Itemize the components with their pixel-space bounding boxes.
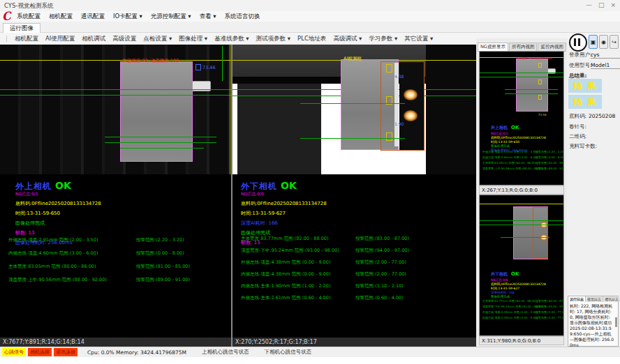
tool-image-processing[interactable]: 图像处理 ▾: [179, 35, 207, 43]
tool-camera-debug[interactable]: 相机调试: [82, 35, 105, 43]
measure-value-label: 4.38: [394, 74, 404, 79]
maximize-icon[interactable]: □: [598, 1, 605, 8]
pause-button[interactable]: [569, 33, 587, 52]
app-window: CYS-视觉检测系统 — □ × 系统配置 相机配置 通讯配置 IO卡配置 ▾ …: [0, 0, 620, 364]
close-icon[interactable]: ×: [610, 1, 616, 8]
measure-row: 外侧左线-顶盖:2.91mm 范围:(2.00 - 3.50)报警范围:(2.2…: [8, 237, 98, 243]
measure-line: [120, 148, 204, 149]
target-button[interactable]: ◉: [599, 35, 608, 49]
menu-item-view[interactable]: 查看 ▾: [200, 13, 216, 21]
middle-pixel-coordinate-bar: X:270;Y:2502;R:17;G:17;B:17: [232, 338, 476, 347]
barcode-line: 底料码:0Ffline20250208133134728: [241, 200, 327, 207]
battery-cell-roi: [120, 61, 193, 162]
baseline: [480, 220, 563, 221]
menu-item-comm-config[interactable]: 通讯配置: [81, 13, 105, 21]
menu-item-language-switch[interactable]: 系统语言切换: [225, 13, 260, 21]
tool-other-settings[interactable]: 其它设置 ▾: [404, 35, 433, 43]
measure-row: 内侧左线-顶盖:4.60mm 范围:(3.00 - 6.00) 报警范围:(0.…: [482, 155, 543, 160]
baseline: [480, 225, 563, 225]
result-box-upper: 结 果: [568, 79, 602, 93]
result-box-lower: 结 果: [568, 95, 602, 109]
log-tabs: 运行日志 视觉日志 通讯日志: [568, 296, 618, 302]
pause-icon: [578, 38, 580, 46]
tool-spot-check[interactable]: 点检设置 ▾: [143, 35, 172, 43]
status-ok: OK: [55, 180, 71, 191]
tool-plc-address[interactable]: PLC地址表: [297, 35, 326, 43]
material-code-label: 底料码:: [569, 113, 586, 120]
logout-button[interactable]: ↪: [610, 35, 619, 49]
ai-detect-rect: [533, 207, 548, 259]
needle-number-label: 卷针号:: [569, 123, 586, 130]
camera-name: 外下相机: [491, 271, 508, 276]
feature-box: [386, 64, 392, 73]
camera-name: 外上相机: [491, 125, 508, 130]
time-line: 时间:13-31-59-627: [241, 210, 327, 217]
calibration-line: [0, 60, 231, 61]
calibration-line: [480, 204, 563, 204]
tool-learning-params[interactable]: 学习参数 ▾: [369, 35, 397, 43]
mini-lower-camera-view[interactable]: 外下相机 OK NG汇总:0/0 底料码:0Ffline202502081331…: [479, 195, 564, 336]
toolbar-separator: |: [6, 35, 8, 43]
menu-item-camera-config[interactable]: 相机配置: [49, 13, 73, 21]
threshold-label: 标定阈值:93, 动态阈值:100: [122, 58, 179, 64]
measure-value-label: 73.46: [538, 113, 546, 116]
measure-row: 外侧左线-顶盖:4.38mm 范围:(0.00 - 9.00)报警范围:(2.0…: [241, 259, 330, 266]
left-camera-image[interactable]: 标定阈值:93, 动态阈值:100 73.46: [0, 45, 231, 174]
ng-summary: NG汇总:0/1: [15, 191, 101, 197]
measure-row: 外侧左线-顶盖:2.91mm 范围:(2.00 - 3.50) 报警范围:(2.…: [482, 149, 543, 155]
reflection-spot: [404, 89, 418, 100]
log-scrollbar[interactable]: [615, 317, 617, 327]
middle-camera-image[interactable]: AI检测框 4.38 1.90: [232, 45, 476, 174]
feature-box: [538, 95, 542, 100]
handheld-scanner-button[interactable]: ▣: [589, 35, 598, 49]
ai-frame-label: AI检测框: [344, 56, 362, 62]
measure-row: 顶盖宽度-上中:90.56mm 范围:(88.00 - 92.00) 报警范围:…: [482, 166, 543, 172]
measure-row: 内侧左线-顶盖:4.38mm 范围:(0.00 - 9.00) 报警范围:(2.…: [482, 315, 543, 321]
measure-row: 内侧左线-主体:1.90mm 范围:(1.00 - 2.20)报警范围:(1.1…: [241, 283, 330, 289]
qr-code-label: 二维码:: [569, 133, 586, 140]
comm-connect-badge: 通讯连接: [54, 348, 78, 356]
measure-row: 内侧左线-顶盖:4.60mm 范围:(3.00 - 6.00)报警范围:(0.0…: [8, 250, 98, 257]
menu-item-light-control[interactable]: 光源控制配置 ▾: [151, 13, 191, 21]
tab-vision-log[interactable]: 视觉日志: [586, 296, 603, 302]
log-text: 耗时: 222, 网络检测耗时: 17, 网络分类耗时: 0, 网络提取分区耗时…: [568, 302, 616, 349]
tool-baseline-params[interactable]: 基准线参数 ▾: [214, 35, 249, 43]
measure-line: [300, 103, 405, 104]
tool-camera-config[interactable]: 相机配置: [15, 35, 38, 43]
login-user-label: 登录用户:: [569, 52, 592, 59]
middle-camera-result-text: 外下相机 OK NG汇总:0/0 底料码:0Ffline202502081331…: [232, 174, 476, 338]
tab-comm-log[interactable]: 通讯日志: [603, 296, 620, 302]
measure-value-label: 1.90: [394, 121, 404, 126]
measure-line: [105, 137, 216, 137]
measure-row: 主体宽度:83.05mm 范围:(80.00 - 86.00) 报警范围:(81…: [482, 160, 543, 166]
tool-advanced-settings[interactable]: 高级设置: [112, 35, 136, 43]
minimize-icon[interactable]: —: [586, 1, 592, 8]
baseline: [0, 89, 231, 90]
measure-line: [501, 237, 549, 238]
upper-camera-heartbeat-status: 上相机心跳信号状态: [202, 349, 249, 356]
status-ok: OK: [281, 180, 297, 191]
mini-upper-camera-view[interactable]: 标定阈值:93, 动态阈值:100 73.46 外上相机 OK NG汇总:0/1…: [479, 51, 564, 185]
scanner-icon: ▣: [591, 39, 596, 45]
menu-item-io-card-config[interactable]: IO卡配置 ▾: [113, 13, 142, 21]
tool-advanced-debug[interactable]: 高级调试 ▾: [333, 35, 362, 43]
model-label: 使用型号:: [569, 62, 592, 69]
menu-item-system-config[interactable]: 系统配置: [17, 13, 40, 21]
measure-line: [505, 93, 558, 94]
tool-test-params[interactable]: 测试项参数 ▾: [256, 35, 290, 43]
cpu-memory-readout: Cpu: 0.0% Memory: 3424.41796875M: [87, 349, 186, 356]
tab-run-image[interactable]: 运行图像: [3, 23, 40, 33]
model-field[interactable]: Model1: [591, 62, 620, 69]
measure-row: 内侧左线-顶盖:4.38mm 范围:(0.00 - 9.00)报警范围:(2.0…: [241, 271, 330, 278]
mini-upper-coordinate-bar: X:267;Y:13;R:0;G:0;B:0: [479, 185, 564, 195]
tab-strip: 运行图像: [0, 22, 620, 33]
log-panel: 运行日志 视觉日志 通讯日志 耗时: 222, 网络检测耗时: 17, 网络分类…: [568, 296, 619, 347]
tab-run-log[interactable]: 运行日志: [568, 296, 586, 302]
battery-cell-roi: [516, 59, 548, 112]
frames-line: 帧数: 13: [15, 229, 101, 236]
time-line: 时间:13-31-59-650: [15, 210, 101, 217]
left-pixel-coordinate-bar: X:7677;Y:891;R:14;G:14;B:14: [0, 338, 231, 347]
tool-ai-usage-config[interactable]: AI使用配置: [45, 35, 75, 43]
machine-dark-zone: [426, 45, 476, 174]
login-user-field[interactable]: cys: [591, 52, 620, 59]
